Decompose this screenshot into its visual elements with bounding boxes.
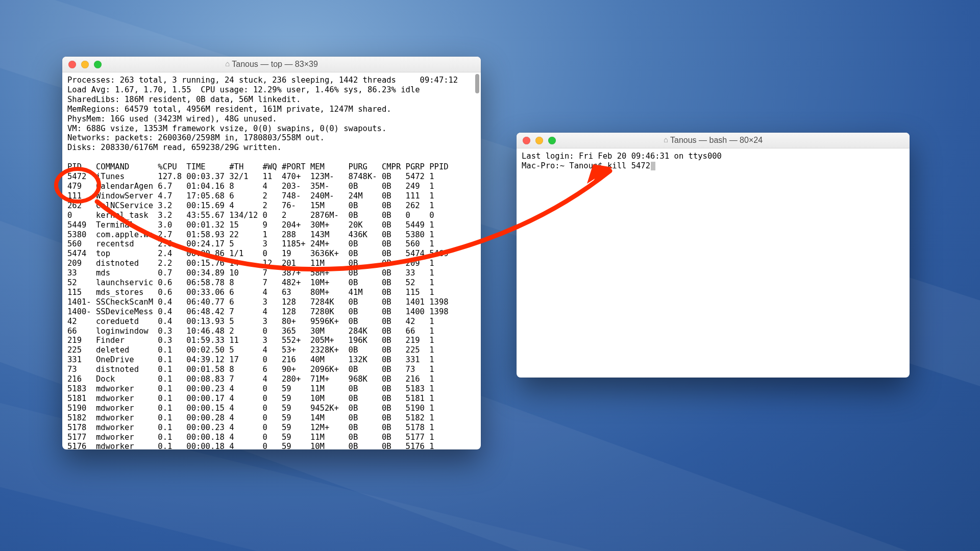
home-icon: ⌂	[225, 59, 230, 68]
last-login-line: Last login: Fri Feb 20 09:46:31 on ttys0…	[522, 152, 722, 161]
terminal-content[interactable]: Processes: 263 total, 3 running, 24 stuc…	[62, 72, 481, 449]
traffic-lights	[523, 137, 556, 144]
minimize-icon[interactable]	[81, 61, 89, 68]
terminal-content[interactable]: Last login: Fri Feb 20 09:46:31 on ttys0…	[517, 148, 910, 176]
window-title: ⌂Tanous — bash — 80×24	[517, 136, 910, 145]
zoom-icon[interactable]	[548, 137, 556, 144]
prompt-line: Mac-Pro:~ Tanous$ kill 5472	[522, 161, 650, 170]
scrollbar[interactable]	[475, 74, 480, 446]
close-icon[interactable]	[523, 137, 530, 144]
title-text: Tanous — top — 83×39	[232, 60, 318, 68]
terminal-bash-window[interactable]: ⌂Tanous — bash — 80×24 Last login: Fri F…	[517, 133, 910, 378]
home-icon: ⌂	[664, 135, 668, 144]
desktop-background: ⌂Tanous — top — 83×39 Processes: 263 tot…	[0, 0, 980, 551]
title-text: Tanous — bash — 80×24	[670, 136, 763, 144]
close-icon[interactable]	[68, 61, 76, 68]
zoom-icon[interactable]	[94, 61, 102, 68]
window-title: ⌂Tanous — top — 83×39	[62, 60, 481, 69]
minimize-icon[interactable]	[535, 137, 543, 144]
cursor	[651, 162, 655, 170]
titlebar[interactable]: ⌂Tanous — top — 83×39	[62, 57, 481, 72]
terminal-top-window[interactable]: ⌂Tanous — top — 83×39 Processes: 263 tot…	[62, 57, 481, 449]
titlebar[interactable]: ⌂Tanous — bash — 80×24	[517, 133, 910, 148]
scroll-thumb[interactable]	[475, 74, 479, 93]
traffic-lights	[68, 61, 102, 68]
